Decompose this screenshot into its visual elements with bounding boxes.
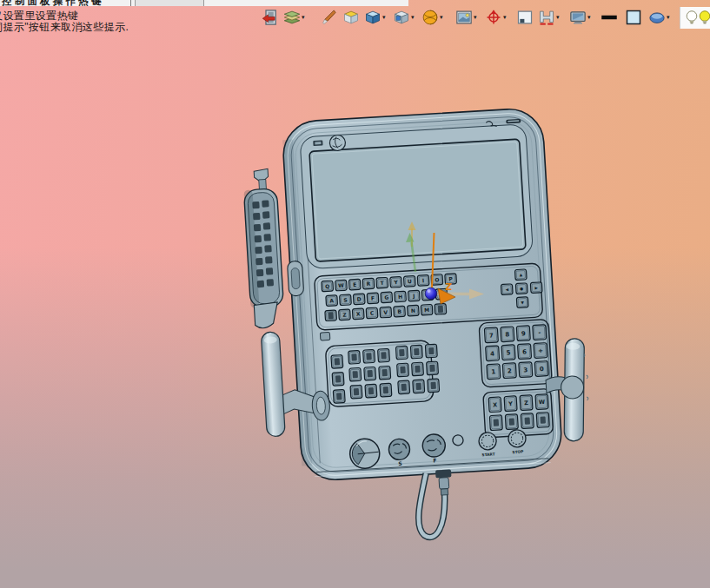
dropdown-arrow-icon[interactable]: ▾: [667, 9, 670, 26]
svg-text:R: R: [366, 281, 370, 287]
bulb-on-icon[interactable]: [696, 9, 710, 26]
z-axis-label: Z: [445, 281, 452, 293]
svg-text:0: 0: [540, 366, 544, 373]
display-icon[interactable]: ▾: [569, 9, 591, 26]
svg-text:O: O: [435, 276, 440, 282]
datum-target-icon[interactable]: ▾: [485, 9, 507, 26]
solid-cube-icon[interactable]: ▾: [364, 9, 386, 26]
svg-text:●: ●: [520, 287, 523, 291]
power-cable[interactable]: [415, 469, 455, 538]
titlebar-separator: [130, 0, 131, 6]
screen-port: [313, 140, 322, 146]
brush-icon[interactable]: [320, 9, 337, 26]
device-screen[interactable]: [300, 119, 534, 269]
titlebar: 控制面板操作热键: [0, 0, 408, 6]
svg-text:4: 4: [490, 350, 494, 357]
svg-text:I: I: [422, 277, 425, 283]
box-yellow-top-icon[interactable]: [342, 9, 360, 26]
segmented-sphere-icon[interactable]: ▾: [421, 9, 443, 26]
dropdown-arrow-icon[interactable]: ▾: [440, 9, 443, 26]
x-axis-arrow[interactable]: [432, 294, 469, 294]
snapshot-icon[interactable]: ▾: [455, 9, 477, 26]
svg-text:2: 2: [508, 367, 512, 374]
svg-text:X: X: [356, 311, 361, 317]
svg-text:3: 3: [523, 367, 528, 373]
svg-text:M: M: [424, 307, 429, 313]
stop-label: STOP: [512, 449, 523, 454]
titlebar-text: 控制面板操作热键: [2, 0, 104, 6]
start-label: START: [481, 452, 494, 457]
lens-icon[interactable]: ▾: [648, 9, 670, 26]
svg-text:A: A: [329, 297, 334, 303]
dropdown-arrow-icon[interactable]: ▾: [587, 9, 591, 26]
svg-text:W: W: [338, 282, 344, 288]
side-slot: [287, 261, 303, 296]
svg-text:1: 1: [491, 368, 495, 375]
svg-text:5: 5: [506, 349, 510, 356]
svg-text:H: H: [398, 294, 402, 300]
corner-box-icon[interactable]: [516, 9, 534, 26]
small-button[interactable]: [453, 435, 464, 446]
brand-logo-icon: [329, 135, 346, 151]
knob-s-label: S: [398, 460, 402, 466]
svg-text:W: W: [539, 399, 546, 406]
svg-text:D: D: [357, 295, 362, 301]
svg-text:8: 8: [505, 331, 509, 338]
panel-latch: [320, 332, 330, 340]
svg-text:7: 7: [489, 332, 494, 339]
color-swatch[interactable]: [625, 9, 642, 26]
svg-text:E: E: [353, 281, 357, 287]
dropdown-arrow-icon[interactable]: ▾: [474, 9, 477, 26]
svg-text:F: F: [371, 295, 375, 301]
dropdown-arrow-icon[interactable]: ▾: [503, 9, 507, 26]
layers-icon[interactable]: ▾: [283, 9, 305, 26]
svg-text:U: U: [408, 278, 412, 284]
dropdown-arrow-icon[interactable]: ▾: [411, 9, 415, 26]
svg-text:Q: Q: [325, 283, 330, 289]
svg-text:G: G: [384, 294, 388, 301]
svg-text:J: J: [412, 293, 415, 300]
origin-highlight: [428, 289, 431, 293]
svg-text:Y: Y: [508, 400, 513, 407]
svg-text:Z: Z: [524, 400, 528, 406]
side-clip-holder[interactable]: [242, 168, 285, 329]
dropdown-arrow-icon[interactable]: ▾: [302, 9, 305, 26]
exit-icon[interactable]: [262, 9, 279, 26]
dropdown-arrow-icon[interactable]: ▾: [556, 9, 560, 26]
viewport-3d[interactable]: QWERTYUIOPASDFGHJKLZXCVBNM ▲◀●▶▼ 789-456…: [0, 0, 710, 588]
pendant-device[interactable]: QWERTYUIOPASDFGHJKLZXCVBNM ▲◀●▶▼ 789-456…: [240, 105, 597, 546]
qwerty-keys[interactable]: QWERTYUIOPASDFGHJKLZXCVBNM: [322, 274, 459, 321]
knob-f-label: F: [433, 457, 437, 463]
app-window: { "titlebar": { "clipped_text": "控制面板操作热…: [0, 0, 710, 588]
svg-text:-: -: [538, 329, 541, 336]
svg-text:+: +: [538, 347, 543, 354]
dropdown-arrow-icon[interactable]: ▾: [382, 9, 386, 26]
svg-text:S: S: [343, 296, 348, 302]
clamp-icon[interactable]: ▾: [538, 9, 560, 26]
svg-text:X: X: [493, 401, 497, 408]
svg-text:V: V: [383, 309, 388, 315]
line-width-swatch[interactable]: [601, 9, 618, 26]
start-button[interactable]: START: [479, 432, 498, 457]
titlebar-combobox[interactable]: [135, 0, 204, 6]
svg-text:N: N: [411, 307, 415, 314]
window-cube-icon[interactable]: ▾: [393, 9, 415, 26]
origin-handle[interactable]: [425, 287, 437, 300]
svg-text:B: B: [397, 308, 401, 314]
svg-text:6: 6: [522, 348, 527, 355]
svg-text:9: 9: [521, 330, 526, 337]
